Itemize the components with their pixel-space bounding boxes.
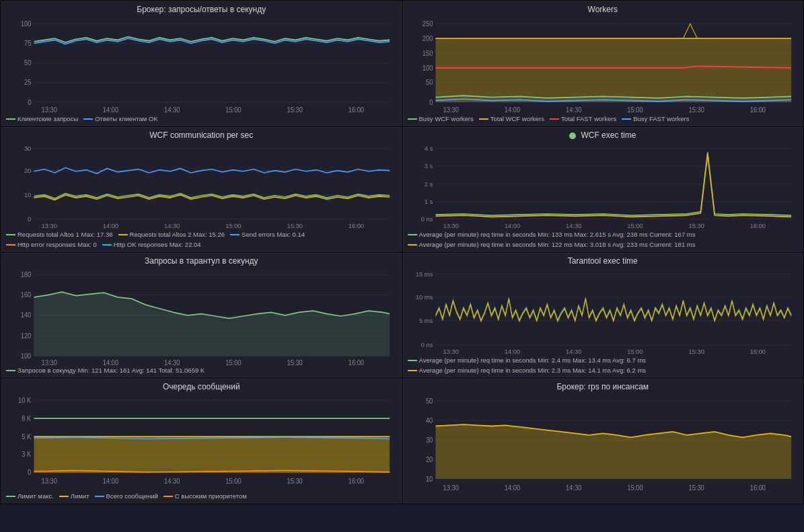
svg-text:20: 20 [425, 455, 433, 463]
svg-text:3 K: 3 K [22, 451, 31, 458]
svg-text:13:30: 13:30 [42, 477, 58, 484]
legend-workers: Busy WCF workers Total WCF workers Total… [408, 115, 799, 122]
svg-text:50: 50 [24, 59, 32, 67]
panel-workers: Workers 250 200 150 100 50 0 13:30 14:00 [403, 1, 803, 126]
svg-text:2 s: 2 s [424, 180, 433, 187]
legend-wcf-comm: Requests total Altos 1 Max: 17.36 Reques… [6, 231, 397, 248]
svg-text:13:30: 13:30 [42, 222, 57, 229]
svg-text:100: 100 [21, 20, 32, 28]
legend-tarantool-exec-yellow: Average (per minute) req time in seconds… [408, 367, 647, 374]
chart-tarantool-exec: 15 ms 10 ms 5 ms 0 ns 13:30 14:00 14:30 … [408, 267, 799, 355]
svg-text:13:30: 13:30 [443, 106, 459, 114]
legend-mq-total: Всего сообщений [95, 492, 158, 500]
legend-item-total-wcf: Total WCF workers [479, 115, 544, 122]
svg-text:15:30: 15:30 [287, 477, 303, 484]
svg-text:120: 120 [21, 332, 32, 339]
panel-title-wcf-exec: WCF exec time [408, 130, 799, 140]
svg-text:14:00: 14:00 [504, 106, 520, 114]
svg-text:5 K: 5 K [22, 432, 31, 440]
svg-text:14:30: 14:30 [566, 222, 581, 229]
svg-text:5 ms: 5 ms [419, 317, 433, 324]
dashboard: Брокер: запросы/ответы в секунду 100 75 … [0, 0, 804, 504]
legend-tarantool-exec: Average (per minute) req time in seconds… [408, 356, 799, 374]
svg-text:30: 30 [425, 436, 433, 444]
legend-wcf-http-ok: Http OK responses Max: 22.04 [102, 241, 201, 248]
svg-text:14:30: 14:30 [164, 359, 180, 365]
svg-text:15:30: 15:30 [287, 222, 302, 229]
svg-text:13:30: 13:30 [42, 106, 58, 114]
legend-mq-limit-max: Лимит макс. [6, 492, 54, 500]
svg-text:4 s: 4 s [424, 145, 433, 152]
svg-marker-85 [34, 292, 390, 356]
panel-title-message-queue: Очередь сообщений [6, 382, 397, 391]
svg-text:16:00: 16:00 [750, 348, 765, 355]
svg-text:15 ms: 15 ms [415, 270, 433, 278]
svg-marker-34 [435, 38, 791, 102]
svg-text:180: 180 [21, 270, 32, 278]
svg-text:13:30: 13:30 [443, 222, 458, 229]
svg-text:15:00: 15:00 [627, 484, 643, 492]
panel-broker-requests: Брокер: запросы/ответы в секунду 100 75 … [1, 1, 402, 126]
legend-item-0: Клиентские запросы [6, 115, 78, 122]
legend-wcf-altos1: Requests total Altos 1 Max: 17.36 [6, 231, 113, 238]
svg-text:250: 250 [422, 20, 433, 28]
svg-text:0 ns: 0 ns [421, 341, 433, 348]
svg-text:200: 200 [422, 34, 433, 42]
svg-text:8 K: 8 K [22, 414, 31, 422]
legend-tarantool-req-item: Запросов в секунду Min: 121 Max: 161 Avg… [6, 367, 205, 374]
chart-wcf-comm: 30 20 10 0 13:30 14:00 14:30 15:00 15:30… [6, 141, 397, 229]
legend-tarantool-req: Запросов в секунду Min: 121 Max: 161 Avg… [6, 367, 397, 374]
svg-text:25: 25 [24, 79, 32, 87]
panel-title-tarantool-exec: Tarantool exec time [408, 256, 799, 266]
svg-text:10: 10 [24, 191, 31, 198]
svg-text:14:30: 14:30 [566, 484, 582, 492]
svg-text:15:00: 15:00 [627, 106, 643, 114]
svg-text:15:00: 15:00 [225, 222, 241, 229]
svg-text:10: 10 [425, 475, 433, 483]
chart-tarantool-req: 180 160 140 120 100 13:30 14:00 14:30 15… [6, 267, 397, 365]
chart-broker-rps: 50 40 30 20 10 13:30 14:00 14:30 15:00 1… [408, 393, 799, 498]
panel-title-broker-rps: Брокер: rps по инсансам [408, 382, 799, 391]
svg-text:3 s: 3 s [424, 162, 433, 169]
svg-text:16:00: 16:00 [349, 359, 365, 365]
svg-text:16:00: 16:00 [349, 222, 364, 229]
panel-title-tarantool-req: Запросы в тарантул в секунду [6, 256, 397, 266]
panel-broker-rps: Брокер: rps по инсансам 50 40 30 20 10 1… [403, 379, 803, 503]
svg-text:15:30: 15:30 [287, 359, 303, 365]
chart-message-queue: 10 K 8 K 5 K 3 K 0 13:30 14:00 14:30 15:… [6, 393, 397, 491]
svg-text:100: 100 [422, 64, 433, 72]
svg-text:14:00: 14:00 [504, 348, 519, 355]
chart-broker-requests: 100 75 50 25 0 13:30 14:00 14:30 15:00 1… [6, 15, 397, 114]
svg-text:15:30: 15:30 [688, 106, 704, 114]
svg-text:15:30: 15:30 [287, 106, 303, 114]
svg-text:13:30: 13:30 [42, 359, 58, 365]
svg-text:15:00: 15:00 [627, 222, 643, 229]
panel-title-broker-requests: Брокер: запросы/ответы в секунду [6, 5, 397, 14]
legend-wcf-http-error: Http error responses Max: 0 [6, 241, 97, 248]
svg-marker-116 [34, 436, 390, 473]
svg-text:0: 0 [28, 469, 32, 476]
legend-wcf-send-errors: Send errors Max: 0.14 [230, 231, 305, 238]
legend-item-total-fast: Total FAST workers [550, 115, 616, 122]
svg-text:15:00: 15:00 [225, 477, 242, 484]
panel-wcf-exec: WCF exec time 4 s 3 s 2 s 1 s 0 ns 13:30… [403, 127, 803, 252]
svg-text:14:00: 14:00 [504, 484, 520, 492]
svg-text:1 s: 1 s [424, 198, 433, 205]
svg-text:15:00: 15:00 [225, 106, 242, 114]
chart-workers: 250 200 150 100 50 0 13:30 14:00 14:30 1… [408, 15, 799, 114]
legend-tarantool-exec-green: Average (per minute) req time in seconds… [408, 356, 647, 364]
legend-wcf-exec-yellow: Average (per minute) req time in seconds… [408, 241, 696, 248]
svg-text:0: 0 [28, 98, 32, 106]
svg-text:50: 50 [425, 79, 433, 87]
svg-text:14:30: 14:30 [566, 106, 582, 114]
panel-title-workers: Workers [408, 5, 799, 14]
legend-item-busy-fast: Busy FAST workers [622, 115, 689, 122]
legend-message-queue: Лимит макс. Лимит Всего сообщений С высо… [6, 492, 397, 500]
svg-text:50: 50 [425, 397, 433, 405]
panel-message-queue: Очередь сообщений 10 K 8 K 5 K 3 K 0 13:… [1, 379, 402, 503]
svg-text:15:30: 15:30 [688, 484, 704, 492]
panel-tarantool-exec: Tarantool exec time 15 ms 10 ms 5 ms 0 n… [403, 253, 803, 377]
svg-text:14:00: 14:00 [103, 477, 119, 484]
legend-wcf-exec-green: Average (per minute) req time in seconds… [408, 231, 696, 238]
svg-text:14:30: 14:30 [164, 106, 180, 114]
